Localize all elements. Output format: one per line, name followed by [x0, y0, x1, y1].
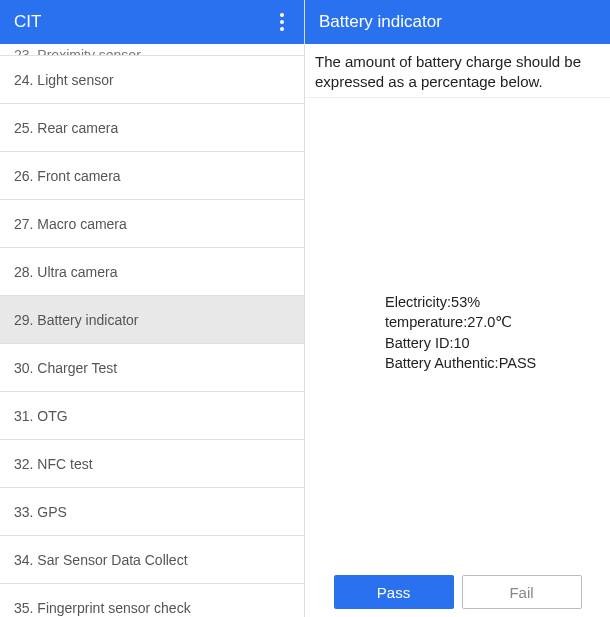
list-item[interactable]: 24. Light sensor [0, 56, 304, 104]
list-item[interactable]: 27. Macro camera [0, 200, 304, 248]
cit-title: CIT [14, 12, 41, 32]
stat-electricity: Electricity:53% [385, 292, 600, 312]
list-item-label: 34. Sar Sensor Data Collect [14, 552, 188, 568]
list-item[interactable]: 33. GPS [0, 488, 304, 536]
stat-battery-authentic: Battery Authentic:PASS [385, 353, 600, 373]
list-item[interactable]: 26. Front camera [0, 152, 304, 200]
list-item[interactable]: 30. Charger Test [0, 344, 304, 392]
list-item[interactable]: 31. OTG [0, 392, 304, 440]
cit-test-list: 23. Proximity sensor24. Light sensor25. … [0, 44, 304, 617]
list-item-label: 29. Battery indicator [14, 312, 139, 328]
list-item[interactable]: 25. Rear camera [0, 104, 304, 152]
list-item[interactable]: 29. Battery indicator [0, 296, 304, 344]
list-item-label: 28. Ultra camera [14, 264, 117, 280]
list-item[interactable]: 35. Fingerprint sensor check [0, 584, 304, 617]
detail-header: Battery indicator [305, 0, 610, 44]
stat-temperature: temperature:27.0℃ [385, 312, 600, 332]
pass-button[interactable]: Pass [334, 575, 454, 609]
list-item-label: 23. Proximity sensor [14, 47, 141, 56]
list-item[interactable]: 28. Ultra camera [0, 248, 304, 296]
detail-title: Battery indicator [319, 12, 442, 32]
list-item-label: 33. GPS [14, 504, 67, 520]
list-item[interactable]: 34. Sar Sensor Data Collect [0, 536, 304, 584]
stat-battery-id: Battery ID:10 [385, 333, 600, 353]
list-item-label: 27. Macro camera [14, 216, 127, 232]
detail-prompt: The amount of battery charge should be e… [305, 44, 610, 98]
battery-stats: Electricity:53% temperature:27.0℃ Batter… [305, 98, 610, 567]
list-item-label: 32. NFC test [14, 456, 93, 472]
overflow-menu-icon[interactable] [274, 7, 290, 37]
result-buttons: Pass Fail [305, 567, 610, 617]
fail-button[interactable]: Fail [462, 575, 582, 609]
list-item-label: 26. Front camera [14, 168, 121, 184]
list-item-label: 24. Light sensor [14, 72, 114, 88]
list-item[interactable]: 23. Proximity sensor [0, 44, 304, 56]
battery-indicator-panel: Battery indicator The amount of battery … [305, 0, 610, 617]
list-item-label: 30. Charger Test [14, 360, 117, 376]
list-item-label: 31. OTG [14, 408, 68, 424]
list-item-label: 25. Rear camera [14, 120, 118, 136]
list-item[interactable]: 32. NFC test [0, 440, 304, 488]
list-item-label: 35. Fingerprint sensor check [14, 600, 191, 616]
cit-header: CIT [0, 0, 304, 44]
cit-list-panel: CIT 23. Proximity sensor24. Light sensor… [0, 0, 305, 617]
